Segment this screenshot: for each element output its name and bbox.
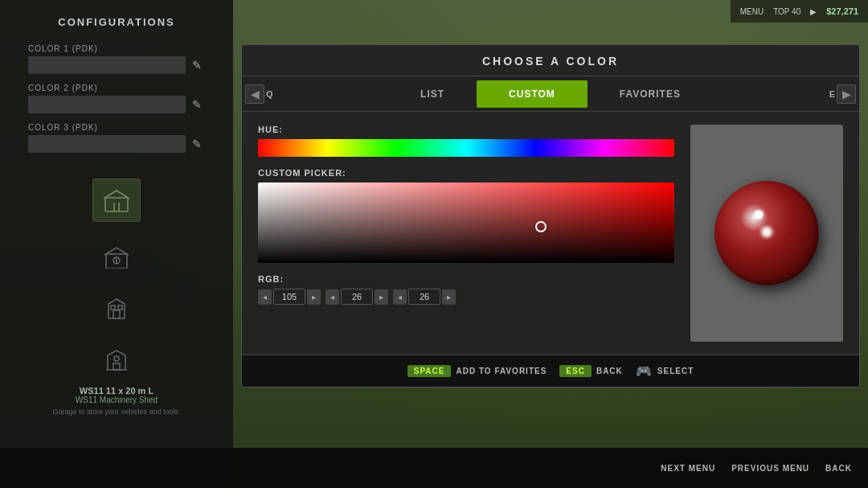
rgb-label: RGB: <box>258 274 674 284</box>
controller-icon: 🎮 <box>636 363 653 379</box>
left-controls: HUE: CUSTOM PICKER: RGB: <box>258 125 674 342</box>
back-label: BACK <box>825 464 852 473</box>
action-esc[interactable]: ESC BACK <box>559 365 622 377</box>
rgb-b-up[interactable]: ▸ <box>442 289 456 305</box>
hud-money: $27,271 <box>826 6 858 16</box>
building-icon-3[interactable] <box>107 297 126 325</box>
rgb-b-value[interactable] <box>408 289 440 305</box>
bottom-nav: NEXT MENU PREVIOUS MENU BACK <box>0 448 868 488</box>
picker-cursor <box>535 221 547 232</box>
rgb-r-down[interactable]: ◂ <box>258 289 272 305</box>
rgb-r-spinner: ◂ ▸ <box>258 289 321 305</box>
color1-label: COLOR 1 (PDK) <box>28 44 205 53</box>
space-key: SPACE <box>407 365 452 377</box>
action-select[interactable]: 🎮 SELECT <box>636 363 694 379</box>
tab-custom[interactable]: CUSTOM <box>477 80 588 108</box>
bottom-nav-right: NEXT MENU PREVIOUS MENU BACK <box>661 464 852 473</box>
hud-menu: MENU <box>740 7 764 16</box>
sphere-container <box>714 181 819 285</box>
dialog-bottom-bar: SPACE ADD TO FAVORITES ESC BACK 🎮 SELECT <box>242 355 859 387</box>
select-label: SELECT <box>657 367 694 375</box>
color2-row: ✎ <box>28 96 205 113</box>
rgb-b-spinner: ◂ ▸ <box>393 289 456 305</box>
color3-bar[interactable] <box>28 135 186 153</box>
hue-bar[interactable] <box>258 139 674 157</box>
building-icon-4[interactable] <box>106 349 127 376</box>
color1-picker-icon[interactable]: ✎ <box>189 57 205 73</box>
rgb-row: ◂ ▸ ◂ ▸ ◂ ▸ <box>258 289 674 305</box>
svg-rect-6 <box>113 310 120 318</box>
rgb-r-value[interactable] <box>273 289 305 305</box>
building-name: WS11 11 x 20 m L <box>0 386 233 396</box>
color1-bar[interactable] <box>28 56 186 74</box>
color2-label: COLOR 2 (PDK) <box>28 84 205 92</box>
svg-rect-10 <box>113 363 120 370</box>
color-dialog: CHOOSE A COLOR ◀ Q LIST CUSTOM FAVORITES… <box>241 44 860 388</box>
color-sphere <box>714 181 819 285</box>
rgb-section: RGB: ◂ ▸ ◂ ▸ ◂ <box>258 274 674 305</box>
rgb-r-up[interactable]: ▸ <box>307 289 321 305</box>
rgb-b-down[interactable]: ◂ <box>393 289 407 305</box>
picker-label: CUSTOM PICKER: <box>258 168 674 178</box>
color2-bar[interactable] <box>28 96 186 113</box>
color2-section: COLOR 2 (PDK) ✎ <box>28 84 205 113</box>
rgb-g-up[interactable]: ▸ <box>375 289 388 305</box>
space-label: ADD TO FAVORITES <box>456 367 547 375</box>
building-icons <box>92 178 141 376</box>
sidebar: CONFIGURATIONS COLOR 1 (PDK) ✎ COLOR 2 (… <box>0 0 233 488</box>
hue-section: HUE: <box>258 125 674 157</box>
svg-rect-7 <box>111 306 115 310</box>
tab-e-label: E <box>829 89 835 99</box>
custom-picker[interactable] <box>258 182 674 263</box>
tab-list-container: LIST CUSTOM FAVORITES <box>266 80 835 108</box>
hud-arrow: ▶ <box>810 7 817 16</box>
color2-picker-icon[interactable]: ✎ <box>189 96 205 113</box>
hud-top: MENU TOP 40 ▶ $27,271 <box>731 0 868 23</box>
custom-picker-section: CUSTOM PICKER: <box>258 168 674 263</box>
tab-arrow-right[interactable]: ▶ <box>837 84 856 104</box>
tab-nav: ◀ Q LIST CUSTOM FAVORITES E ▶ <box>242 76 859 112</box>
dialog-content: HUE: CUSTOM PICKER: RGB: <box>242 112 859 355</box>
rgb-g-spinner: ◂ ▸ <box>326 289 388 305</box>
tab-q-label: Q <box>266 89 273 99</box>
building-info: WS11 11 x 20 m L WS11 Machinery Shed Gar… <box>0 386 233 416</box>
hud-top-label: TOP 40 <box>773 7 800 16</box>
esc-key: ESC <box>559 365 592 377</box>
hue-label: HUE: <box>258 125 674 134</box>
building-icon-active[interactable] <box>92 178 141 222</box>
preview-area <box>690 125 843 342</box>
svg-rect-8 <box>118 306 122 310</box>
sidebar-title: CONFIGURATIONS <box>58 16 174 28</box>
color1-row: ✎ <box>28 56 205 74</box>
next-menu-label: NEXT MENU <box>661 464 715 473</box>
action-space[interactable]: SPACE ADD TO FAVORITES <box>407 365 547 377</box>
building-sub: WS11 Machinery Shed <box>0 396 233 404</box>
building-desc: Garage to store your vehicles and tools. <box>0 408 233 416</box>
esc-label: BACK <box>596 367 623 375</box>
back-btn[interactable]: BACK <box>825 464 852 473</box>
svg-rect-0 <box>105 198 128 211</box>
dialog-title: CHOOSE A COLOR <box>242 45 859 76</box>
previous-menu-btn[interactable]: PREVIOUS MENU <box>731 464 809 473</box>
tab-arrow-left[interactable]: ◀ <box>245 84 264 104</box>
color3-label: COLOR 3 (PDK) <box>28 123 205 132</box>
main-overlay: MENU TOP 40 ▶ $27,271 CHOOSE A COLOR ◀ Q… <box>233 0 868 448</box>
color3-row: ✎ <box>28 135 205 153</box>
hue-slider-container <box>258 139 674 157</box>
svg-point-9 <box>114 356 119 361</box>
rgb-g-value[interactable] <box>341 289 373 305</box>
next-menu-btn[interactable]: NEXT MENU <box>661 464 715 473</box>
color3-picker-icon[interactable]: ✎ <box>189 136 205 152</box>
rgb-g-down[interactable]: ◂ <box>326 289 339 305</box>
tab-list[interactable]: LIST <box>388 80 477 108</box>
building-icon-2[interactable] <box>104 246 129 273</box>
tab-favorites[interactable]: FAVORITES <box>588 80 713 108</box>
color1-section: COLOR 1 (PDK) ✎ <box>28 44 205 74</box>
previous-menu-label: PREVIOUS MENU <box>731 464 809 473</box>
color3-section: COLOR 3 (PDK) ✎ <box>28 123 205 153</box>
